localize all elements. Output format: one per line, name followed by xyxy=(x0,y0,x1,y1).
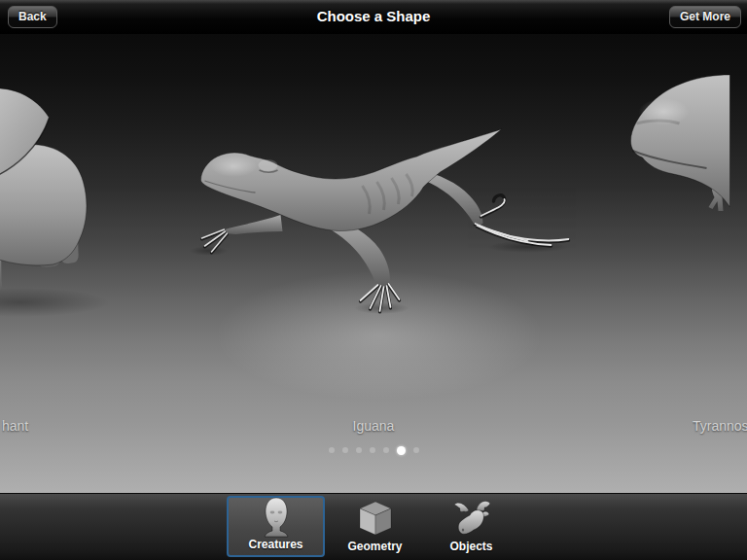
shape-carousel[interactable]: hant Iguana Tyrannosa xyxy=(0,34,747,493)
page-dot[interactable] xyxy=(342,447,348,453)
iguana-model[interactable] xyxy=(190,129,569,314)
page-dot[interactable] xyxy=(356,447,362,453)
app-screen: Back Choose a Shape Get More xyxy=(0,0,747,560)
back-button[interactable]: Back xyxy=(8,6,57,28)
shape-label-right: Tyrannosa xyxy=(693,418,747,436)
tab-creatures-label: Creatures xyxy=(248,538,302,551)
page-title: Choose a Shape xyxy=(0,0,747,34)
moose-head-icon xyxy=(452,499,491,538)
elephant-shadow xyxy=(0,288,110,317)
page-dot-active[interactable] xyxy=(397,446,406,455)
page-dot[interactable] xyxy=(370,447,375,453)
tab-objects-label: Objects xyxy=(449,540,492,553)
page-dot[interactable] xyxy=(383,447,389,453)
category-tab-bar: Creatures Geometry xyxy=(0,493,747,560)
page-dot[interactable] xyxy=(413,447,419,453)
tab-geometry[interactable]: Geometry xyxy=(326,496,424,557)
human-head-icon xyxy=(260,497,293,536)
get-more-button[interactable]: Get More xyxy=(669,6,741,28)
page-dot[interactable] xyxy=(329,447,335,453)
tab-creatures[interactable]: Creatures xyxy=(227,496,325,557)
tab-geometry-label: Geometry xyxy=(347,540,402,553)
page-dots xyxy=(0,443,747,457)
cube-icon xyxy=(357,499,394,538)
elephant-model[interactable] xyxy=(0,88,110,317)
tab-objects[interactable]: Objects xyxy=(422,496,520,557)
top-navigation-bar: Back Choose a Shape Get More xyxy=(0,0,747,34)
shape-label-center: Iguana xyxy=(0,418,747,436)
tyrannosaurus-model[interactable] xyxy=(631,75,730,211)
